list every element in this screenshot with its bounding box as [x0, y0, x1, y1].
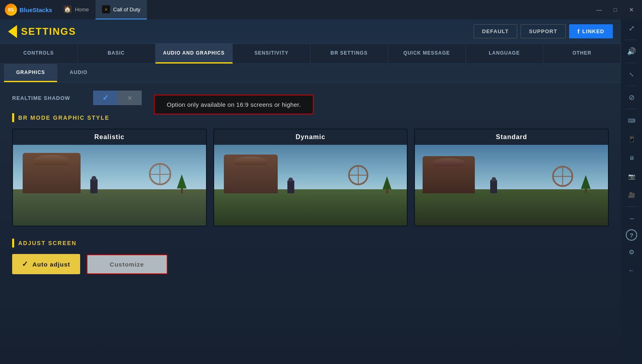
tree-trunk-right [181, 188, 183, 193]
fw-v [159, 165, 160, 184]
settings-arrow-icon [8, 25, 17, 38]
camera-icon[interactable]: 📷 [623, 168, 640, 184]
auto-adjust-button[interactable]: ✓ Auto adjust [12, 254, 80, 274]
right-sidebar: ⤢ 🔊 ⤡ ⊘ ⌨ 📱 🖥 📷 🎥 ··· ? ⚙ ← [621, 0, 642, 364]
check-mark-icon: ✓ [22, 260, 28, 269]
standard-label: Standard [415, 129, 608, 145]
sub-tabs: GRAPHICS AUDIO [0, 64, 621, 83]
title-bar: BS BlueStacks 🏠 Home ⚔ Call of Duty — □ … [0, 0, 642, 19]
sidebar-divider-2 [625, 63, 638, 63]
settings-title: SETTINGS [21, 26, 76, 37]
sidebar-divider-4 [625, 109, 638, 109]
sub-tab-audio[interactable]: AUDIO [57, 64, 100, 82]
customize-button[interactable]: Customize [87, 254, 168, 274]
linked-button[interactable]: f LINKED [569, 24, 613, 38]
dynamic-char [287, 180, 294, 193]
video-icon[interactable]: 🎥 [623, 187, 640, 203]
realtime-shadow-row: REALTIME SHADOW ✓ ✕ Option only availabl… [12, 91, 609, 105]
close-button[interactable]: ✕ [624, 4, 639, 15]
dynamic-ferris [348, 165, 368, 185]
volume-icon[interactable]: 🔊 [623, 43, 640, 59]
realistic-card[interactable]: Realistic [12, 129, 207, 226]
facebook-icon: f [578, 28, 580, 35]
x-icon: ✕ [127, 94, 132, 102]
maximize-button[interactable]: □ [608, 4, 623, 15]
tree-top-right [177, 174, 187, 188]
resize-icon[interactable]: ⤡ [623, 66, 640, 83]
keyboard-icon[interactable]: ⌨ [623, 112, 640, 129]
dtree-top [383, 176, 391, 189]
tab-controls[interactable]: CONTROLS [0, 44, 78, 63]
shead [491, 177, 496, 182]
app-name: BlueStacks [19, 6, 52, 13]
phone-icon[interactable]: 📱 [623, 131, 640, 147]
slash-icon[interactable]: ⊘ [623, 89, 640, 106]
tab-basic[interactable]: BASIC [78, 44, 155, 63]
dynamic-scene [214, 145, 407, 226]
section-bar-icon [12, 113, 14, 122]
standard-char [490, 180, 497, 193]
tab-language[interactable]: LANGUAGE [466, 44, 544, 63]
adjust-screen-section: ADJUST SCREEN ✓ Auto adjust Customize [12, 239, 609, 274]
stree-trunk [585, 189, 587, 193]
minimize-button[interactable]: — [592, 4, 606, 15]
home-icon: 🏠 [64, 5, 72, 13]
check-icon: ✓ [102, 93, 108, 102]
expand-sidebar-button[interactable]: ⤢ [623, 20, 640, 36]
dfw-v [358, 167, 359, 184]
tooltip-box: Option only available on 16:9 screens or… [154, 95, 314, 114]
sidebar-divider-5 [625, 206, 638, 207]
dynamic-label: Dynamic [214, 129, 407, 145]
standard-card[interactable]: Standard [414, 129, 609, 226]
toggle-on-button[interactable]: ✓ [93, 91, 117, 105]
default-button[interactable]: DEFAULT [474, 24, 517, 38]
bluestacks-logo-icon: BS [5, 4, 17, 16]
br-mode-section-title: BR MODE GRAPHIC STYLE [18, 114, 110, 121]
game-icon: ⚔ [102, 5, 110, 13]
toggle-off-button[interactable]: ✕ [117, 91, 142, 105]
game-tab[interactable]: ⚔ Call of Duty [96, 0, 147, 19]
dynamic-card[interactable]: Dynamic [213, 129, 408, 226]
dynamic-tree [383, 176, 391, 193]
tab-other[interactable]: OTHER [543, 44, 621, 63]
settings-header: SETTINGS DEFAULT SUPPORT f LINKED [0, 19, 621, 44]
tree-right [177, 174, 187, 193]
back-sidebar-icon[interactable]: ← [623, 262, 640, 279]
standard-ferris [552, 166, 573, 187]
home-tab[interactable]: 🏠 Home [57, 0, 96, 19]
standard-image [415, 145, 608, 226]
tab-quick-message[interactable]: QUICK MESSAGE [388, 44, 466, 63]
br-mode-section-header: BR MODE GRAPHIC STYLE [12, 113, 609, 122]
dynamic-image [214, 145, 407, 226]
sfw-v [562, 167, 563, 185]
adjust-section-bar [12, 239, 14, 248]
settings-icon[interactable]: ⚙ [623, 244, 640, 260]
settings-logo: SETTINGS [8, 25, 76, 38]
support-button[interactable]: SUPPORT [521, 24, 566, 38]
dhead [289, 178, 293, 182]
nav-tabs: CONTROLS BASIC AUDIO AND GRAPHICS SENSIT… [0, 44, 621, 64]
character [90, 179, 98, 193]
realtime-shadow-toggle[interactable]: ✓ ✕ [93, 91, 142, 105]
adjust-buttons: ✓ Auto adjust Customize [12, 254, 609, 274]
standard-tree [581, 175, 591, 193]
more-icon[interactable]: ··· [623, 210, 640, 226]
sub-tab-graphics[interactable]: GRAPHICS [4, 64, 57, 82]
app-logo: BS BlueStacks [0, 4, 57, 16]
tab-audio-graphics[interactable]: AUDIO AND GRAPHICS [155, 44, 233, 63]
adjust-screen-title: ADJUST SCREEN [18, 240, 77, 246]
window-controls: — □ ✕ [592, 4, 642, 15]
tab-br-settings[interactable]: BR SETTINGS [310, 44, 388, 63]
adjust-screen-header: ADJUST SCREEN [12, 239, 609, 248]
display-icon[interactable]: 🖥 [623, 150, 640, 166]
help-icon[interactable]: ? [626, 229, 637, 241]
dynamic-building [224, 154, 278, 193]
standard-dome [433, 158, 464, 166]
dtree-trunk [386, 189, 388, 193]
realistic-image [13, 145, 206, 226]
dynamic-ground [214, 189, 407, 226]
ferris-wheel [149, 163, 171, 185]
dynamic-dome [234, 157, 267, 165]
realistic-label: Realistic [13, 129, 206, 145]
tab-sensitivity[interactable]: SENSITIVITY [233, 44, 310, 63]
